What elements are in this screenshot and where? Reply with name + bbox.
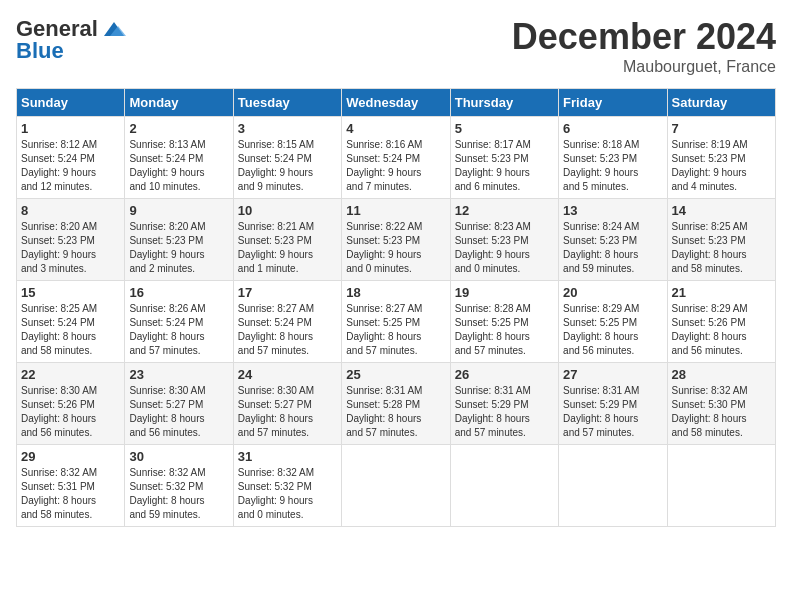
calendar-cell: 12Sunrise: 8:23 AM Sunset: 5:23 PM Dayli…: [450, 199, 558, 281]
calendar-table: SundayMondayTuesdayWednesdayThursdayFrid…: [16, 88, 776, 527]
day-detail: Sunrise: 8:32 AM Sunset: 5:31 PM Dayligh…: [21, 466, 120, 522]
calendar-cell: 19Sunrise: 8:28 AM Sunset: 5:25 PM Dayli…: [450, 281, 558, 363]
day-number: 21: [672, 285, 771, 300]
calendar-cell: 8Sunrise: 8:20 AM Sunset: 5:23 PM Daylig…: [17, 199, 125, 281]
location: Maubourguet, France: [512, 58, 776, 76]
calendar-cell: 15Sunrise: 8:25 AM Sunset: 5:24 PM Dayli…: [17, 281, 125, 363]
weekday-header-saturday: Saturday: [667, 89, 775, 117]
day-number: 24: [238, 367, 337, 382]
calendar-cell: 14Sunrise: 8:25 AM Sunset: 5:23 PM Dayli…: [667, 199, 775, 281]
calendar-cell: 30Sunrise: 8:32 AM Sunset: 5:32 PM Dayli…: [125, 445, 233, 527]
calendar-week-3: 15Sunrise: 8:25 AM Sunset: 5:24 PM Dayli…: [17, 281, 776, 363]
day-detail: Sunrise: 8:26 AM Sunset: 5:24 PM Dayligh…: [129, 302, 228, 358]
day-detail: Sunrise: 8:20 AM Sunset: 5:23 PM Dayligh…: [21, 220, 120, 276]
day-detail: Sunrise: 8:22 AM Sunset: 5:23 PM Dayligh…: [346, 220, 445, 276]
day-detail: Sunrise: 8:19 AM Sunset: 5:23 PM Dayligh…: [672, 138, 771, 194]
calendar-cell: 26Sunrise: 8:31 AM Sunset: 5:29 PM Dayli…: [450, 363, 558, 445]
day-number: 3: [238, 121, 337, 136]
day-number: 12: [455, 203, 554, 218]
day-number: 8: [21, 203, 120, 218]
day-detail: Sunrise: 8:30 AM Sunset: 5:27 PM Dayligh…: [238, 384, 337, 440]
day-number: 9: [129, 203, 228, 218]
calendar-cell: 2Sunrise: 8:13 AM Sunset: 5:24 PM Daylig…: [125, 117, 233, 199]
day-detail: Sunrise: 8:13 AM Sunset: 5:24 PM Dayligh…: [129, 138, 228, 194]
day-number: 19: [455, 285, 554, 300]
calendar-cell: 22Sunrise: 8:30 AM Sunset: 5:26 PM Dayli…: [17, 363, 125, 445]
calendar-cell: 11Sunrise: 8:22 AM Sunset: 5:23 PM Dayli…: [342, 199, 450, 281]
day-detail: Sunrise: 8:28 AM Sunset: 5:25 PM Dayligh…: [455, 302, 554, 358]
day-number: 28: [672, 367, 771, 382]
day-detail: Sunrise: 8:31 AM Sunset: 5:29 PM Dayligh…: [563, 384, 662, 440]
calendar-cell: 4Sunrise: 8:16 AM Sunset: 5:24 PM Daylig…: [342, 117, 450, 199]
calendar-cell: 17Sunrise: 8:27 AM Sunset: 5:24 PM Dayli…: [233, 281, 341, 363]
day-detail: Sunrise: 8:18 AM Sunset: 5:23 PM Dayligh…: [563, 138, 662, 194]
calendar-cell: 25Sunrise: 8:31 AM Sunset: 5:28 PM Dayli…: [342, 363, 450, 445]
calendar-week-4: 22Sunrise: 8:30 AM Sunset: 5:26 PM Dayli…: [17, 363, 776, 445]
day-number: 17: [238, 285, 337, 300]
day-detail: Sunrise: 8:16 AM Sunset: 5:24 PM Dayligh…: [346, 138, 445, 194]
calendar-cell: 20Sunrise: 8:29 AM Sunset: 5:25 PM Dayli…: [559, 281, 667, 363]
day-number: 18: [346, 285, 445, 300]
calendar-week-5: 29Sunrise: 8:32 AM Sunset: 5:31 PM Dayli…: [17, 445, 776, 527]
day-detail: Sunrise: 8:29 AM Sunset: 5:25 PM Dayligh…: [563, 302, 662, 358]
page-header: General Blue December 2024 Maubourguet, …: [16, 16, 776, 76]
month-title: December 2024: [512, 16, 776, 58]
weekday-header-wednesday: Wednesday: [342, 89, 450, 117]
calendar-cell: 23Sunrise: 8:30 AM Sunset: 5:27 PM Dayli…: [125, 363, 233, 445]
calendar-body: 1Sunrise: 8:12 AM Sunset: 5:24 PM Daylig…: [17, 117, 776, 527]
day-number: 13: [563, 203, 662, 218]
day-number: 20: [563, 285, 662, 300]
day-number: 23: [129, 367, 228, 382]
calendar-cell: 16Sunrise: 8:26 AM Sunset: 5:24 PM Dayli…: [125, 281, 233, 363]
day-number: 11: [346, 203, 445, 218]
calendar-cell: 29Sunrise: 8:32 AM Sunset: 5:31 PM Dayli…: [17, 445, 125, 527]
day-detail: Sunrise: 8:21 AM Sunset: 5:23 PM Dayligh…: [238, 220, 337, 276]
day-number: 27: [563, 367, 662, 382]
calendar-cell: [559, 445, 667, 527]
calendar-cell: 10Sunrise: 8:21 AM Sunset: 5:23 PM Dayli…: [233, 199, 341, 281]
day-number: 29: [21, 449, 120, 464]
day-detail: Sunrise: 8:27 AM Sunset: 5:24 PM Dayligh…: [238, 302, 337, 358]
calendar-cell: 28Sunrise: 8:32 AM Sunset: 5:30 PM Dayli…: [667, 363, 775, 445]
day-number: 1: [21, 121, 120, 136]
day-detail: Sunrise: 8:12 AM Sunset: 5:24 PM Dayligh…: [21, 138, 120, 194]
day-number: 6: [563, 121, 662, 136]
day-detail: Sunrise: 8:29 AM Sunset: 5:26 PM Dayligh…: [672, 302, 771, 358]
weekday-header-thursday: Thursday: [450, 89, 558, 117]
calendar-cell: 21Sunrise: 8:29 AM Sunset: 5:26 PM Dayli…: [667, 281, 775, 363]
day-detail: Sunrise: 8:27 AM Sunset: 5:25 PM Dayligh…: [346, 302, 445, 358]
calendar-cell: 31Sunrise: 8:32 AM Sunset: 5:32 PM Dayli…: [233, 445, 341, 527]
calendar-cell: 9Sunrise: 8:20 AM Sunset: 5:23 PM Daylig…: [125, 199, 233, 281]
day-detail: Sunrise: 8:25 AM Sunset: 5:24 PM Dayligh…: [21, 302, 120, 358]
calendar-cell: 13Sunrise: 8:24 AM Sunset: 5:23 PM Dayli…: [559, 199, 667, 281]
day-number: 22: [21, 367, 120, 382]
day-detail: Sunrise: 8:25 AM Sunset: 5:23 PM Dayligh…: [672, 220, 771, 276]
day-number: 25: [346, 367, 445, 382]
day-number: 10: [238, 203, 337, 218]
calendar-cell: 27Sunrise: 8:31 AM Sunset: 5:29 PM Dayli…: [559, 363, 667, 445]
calendar-header-row: SundayMondayTuesdayWednesdayThursdayFrid…: [17, 89, 776, 117]
day-detail: Sunrise: 8:15 AM Sunset: 5:24 PM Dayligh…: [238, 138, 337, 194]
weekday-header-friday: Friday: [559, 89, 667, 117]
logo-blue-text: Blue: [16, 38, 64, 64]
day-number: 14: [672, 203, 771, 218]
calendar-week-1: 1Sunrise: 8:12 AM Sunset: 5:24 PM Daylig…: [17, 117, 776, 199]
day-detail: Sunrise: 8:32 AM Sunset: 5:30 PM Dayligh…: [672, 384, 771, 440]
logo-icon: [100, 18, 128, 40]
day-detail: Sunrise: 8:32 AM Sunset: 5:32 PM Dayligh…: [238, 466, 337, 522]
day-number: 30: [129, 449, 228, 464]
day-detail: Sunrise: 8:23 AM Sunset: 5:23 PM Dayligh…: [455, 220, 554, 276]
day-detail: Sunrise: 8:31 AM Sunset: 5:29 PM Dayligh…: [455, 384, 554, 440]
weekday-header-sunday: Sunday: [17, 89, 125, 117]
calendar-cell: 18Sunrise: 8:27 AM Sunset: 5:25 PM Dayli…: [342, 281, 450, 363]
calendar-week-2: 8Sunrise: 8:20 AM Sunset: 5:23 PM Daylig…: [17, 199, 776, 281]
calendar-cell: 6Sunrise: 8:18 AM Sunset: 5:23 PM Daylig…: [559, 117, 667, 199]
calendar-cell: 7Sunrise: 8:19 AM Sunset: 5:23 PM Daylig…: [667, 117, 775, 199]
calendar-cell: 1Sunrise: 8:12 AM Sunset: 5:24 PM Daylig…: [17, 117, 125, 199]
day-detail: Sunrise: 8:32 AM Sunset: 5:32 PM Dayligh…: [129, 466, 228, 522]
day-detail: Sunrise: 8:30 AM Sunset: 5:26 PM Dayligh…: [21, 384, 120, 440]
day-number: 15: [21, 285, 120, 300]
logo: General Blue: [16, 16, 128, 64]
calendar-cell: 5Sunrise: 8:17 AM Sunset: 5:23 PM Daylig…: [450, 117, 558, 199]
title-block: December 2024 Maubourguet, France: [512, 16, 776, 76]
